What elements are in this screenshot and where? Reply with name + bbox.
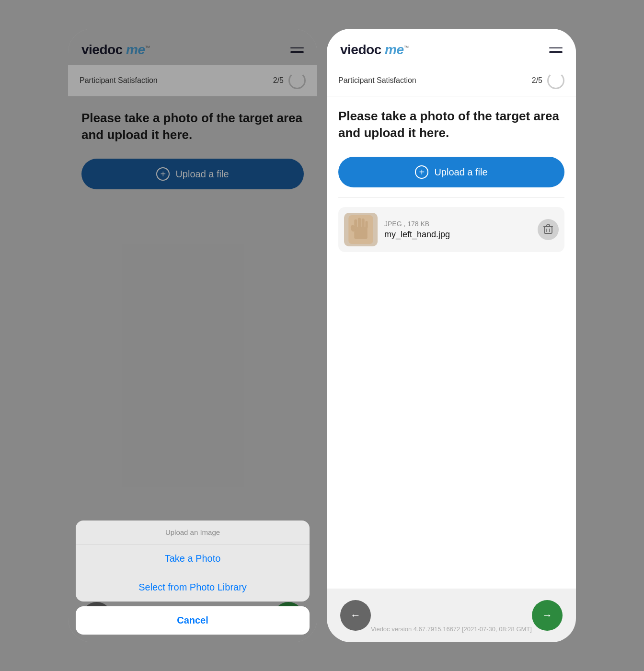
right-hamburger-line-2: [549, 51, 563, 53]
right-progress-label: Participant Satisfaction: [338, 76, 416, 85]
take-photo-option[interactable]: Take a Photo: [76, 544, 310, 573]
file-name: my_left_hand.jpg: [384, 230, 531, 240]
left-phone: viedoc me™ Participant Satisfaction 2/5 …: [68, 29, 317, 642]
right-logo: viedoc me™: [340, 42, 409, 58]
trash-icon: [543, 224, 553, 235]
svg-rect-1: [354, 227, 367, 239]
svg-rect-4: [362, 219, 365, 229]
divider: [338, 197, 564, 197]
hand-image: [346, 215, 375, 244]
delete-file-button[interactable]: [538, 219, 559, 240]
right-upload-label: Upload a file: [434, 167, 487, 178]
right-hamburger-menu-icon[interactable]: [549, 47, 563, 53]
cancel-button[interactable]: Cancel: [76, 606, 310, 635]
right-progress-bar: Participant Satisfaction 2/5: [327, 65, 576, 96]
action-sheet-title: Upload an Image: [76, 521, 310, 544]
right-progress-count: 2/5: [532, 76, 542, 85]
svg-rect-9: [547, 225, 550, 226]
file-thumbnail: [344, 213, 378, 246]
right-question-text: Please take a photo of the target area a…: [338, 108, 564, 141]
right-nav-buttons: ← →: [327, 589, 576, 642]
right-logo-sub: me: [385, 42, 403, 57]
action-sheet-group: Upload an Image Take a Photo Select from…: [76, 521, 310, 602]
file-item: JPEG , 178 KB my_left_hand.jpg: [338, 207, 564, 252]
version-text: Viedoc version 4.67.7915.16672 [2021-07-…: [327, 625, 576, 633]
right-logo-tm: ™: [403, 45, 409, 50]
right-progress-circle: [547, 72, 564, 89]
file-meta: JPEG , 178 KB: [384, 220, 531, 228]
action-sheet: Upload an Image Take a Photo Select from…: [68, 521, 317, 642]
select-library-option[interactable]: Select from Photo Library: [76, 573, 310, 602]
right-logo-main: viedoc: [340, 42, 381, 57]
right-back-arrow: ←: [350, 609, 361, 622]
svg-rect-7: [544, 227, 552, 233]
right-next-arrow: →: [542, 609, 552, 622]
action-sheet-overlay: Upload an Image Take a Photo Select from…: [68, 29, 317, 642]
right-content-card: Please take a photo of the target area a…: [327, 96, 576, 589]
right-hamburger-line-1: [549, 47, 563, 49]
file-info: JPEG , 178 KB my_left_hand.jpg: [384, 220, 531, 240]
right-app-header: viedoc me™: [327, 29, 576, 65]
right-plus-icon: +: [415, 165, 428, 179]
right-phone: viedoc me™ Participant Satisfaction 2/5 …: [327, 29, 576, 642]
svg-rect-3: [358, 218, 361, 228]
svg-rect-5: [365, 221, 368, 228]
right-progress-right: 2/5: [532, 72, 564, 89]
right-upload-button[interactable]: + Upload a file: [338, 157, 564, 187]
